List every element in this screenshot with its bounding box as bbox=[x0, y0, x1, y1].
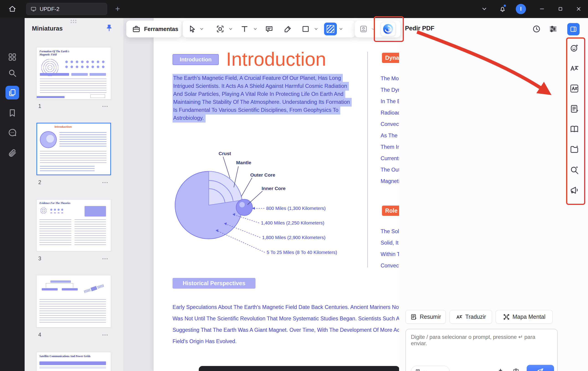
bookmark-icon bbox=[8, 108, 17, 118]
pagination-bar[interactable] bbox=[199, 366, 399, 371]
thumb-dots-graphic bbox=[64, 59, 106, 69]
avatar[interactable]: I bbox=[516, 4, 526, 14]
ai-settings-button[interactable] bbox=[549, 24, 558, 34]
drag-handle-icon[interactable] bbox=[71, 20, 77, 23]
tools-menu-button[interactable]: Ferramentas bbox=[126, 21, 182, 37]
thumbnail-menu-icon[interactable]: ⋯ bbox=[102, 104, 109, 109]
ai-assistant-button[interactable] bbox=[381, 22, 395, 36]
sidebar-item-thumbnails-active[interactable] bbox=[5, 86, 19, 99]
page-thumbnail-selected[interactable]: Introduction bbox=[36, 123, 111, 175]
chevron-down-icon[interactable] bbox=[371, 27, 375, 31]
sidebar-item-apps[interactable] bbox=[8, 53, 17, 63]
thumbnail-slot-2: Introduction 2 ⋯ bbox=[36, 123, 111, 175]
page-thumbnail[interactable]: Formation Of The Earth's Magnetic Field bbox=[36, 47, 111, 99]
diagram-label-inner-core: Inner Core bbox=[262, 186, 285, 191]
history-button[interactable] bbox=[532, 24, 541, 34]
search-icon bbox=[8, 68, 17, 77]
chevron-down-icon bbox=[481, 6, 487, 12]
diagram-measurement: 800 Miles (1,300 Kilometers) bbox=[266, 206, 326, 211]
doc-line: Suggesting That The Earth Was A Giant Ma… bbox=[173, 324, 399, 336]
page-thumbnail[interactable] bbox=[36, 275, 111, 327]
thumbnail-menu-icon[interactable]: ⋯ bbox=[102, 256, 109, 261]
translate-button[interactable]: Traduzir bbox=[450, 310, 492, 324]
sparkle-icon[interactable] bbox=[497, 368, 504, 371]
chevron-down-icon[interactable] bbox=[314, 27, 318, 31]
doc-line: Them In bbox=[381, 141, 399, 153]
thumb-text-lines bbox=[39, 299, 106, 324]
reader-book-icon[interactable] bbox=[569, 124, 579, 134]
ai-panel-toggle-active[interactable] bbox=[567, 23, 579, 35]
prompt-scope-pill[interactable] bbox=[411, 366, 450, 371]
sidebar-item-comments[interactable] bbox=[8, 128, 17, 138]
doc-line: Intrigued Scientists. It Acts As A Shiel… bbox=[173, 82, 349, 91]
doc-line: Is Fundamental To Various Scientific Dis… bbox=[173, 106, 340, 115]
summarize-label: Resumir bbox=[420, 314, 441, 320]
thumbnail-menu-icon[interactable]: ⋯ bbox=[102, 333, 109, 337]
screenshot-camera-icon[interactable] bbox=[513, 368, 519, 371]
satellite-panel bbox=[84, 289, 91, 293]
ai-chat-smiley-icon[interactable] bbox=[569, 43, 579, 53]
chat-bubble-icon bbox=[8, 128, 17, 137]
page-thumbnail[interactable]: Satellite Communications And Power Grids bbox=[36, 352, 111, 371]
chevron-down-icon[interactable] bbox=[228, 27, 233, 31]
sidebar-item-attachments[interactable] bbox=[8, 148, 17, 158]
summarize-note-icon[interactable] bbox=[569, 104, 579, 114]
new-tab-button[interactable]: + bbox=[113, 4, 122, 14]
select-cursor-tool[interactable] bbox=[188, 25, 197, 33]
document-tab[interactable]: UPDF-2 bbox=[26, 3, 107, 15]
diagram-measurement: 5 To 25 Miles (8 To 40 Kilometers) bbox=[267, 250, 337, 255]
tab-title: UPDF-2 bbox=[40, 6, 60, 12]
comment-tool[interactable] bbox=[265, 25, 273, 33]
diagram-measurement: 1,400 Miles (2,250 Kilometers) bbox=[261, 220, 324, 226]
window-menu-chevron[interactable] bbox=[480, 4, 489, 14]
page-thumbnail[interactable]: Evidence For The Theories bbox=[36, 199, 111, 251]
translate-icon[interactable] bbox=[569, 64, 579, 73]
text-tool[interactable] bbox=[240, 25, 249, 33]
highlight-pattern-tool-active[interactable] bbox=[324, 22, 337, 35]
translate-page-icon[interactable] bbox=[569, 84, 579, 93]
satellite-panel bbox=[97, 284, 104, 289]
sidebar-item-search[interactable] bbox=[8, 68, 17, 78]
shape-rectangle-tool[interactable] bbox=[301, 25, 310, 33]
pen-tool[interactable] bbox=[284, 25, 292, 33]
chevron-down-icon[interactable] bbox=[200, 27, 204, 31]
summarize-button[interactable]: Resumir bbox=[405, 310, 446, 324]
document-icon bbox=[415, 369, 421, 371]
thumb-earth-core bbox=[46, 135, 54, 142]
page-number: 4 bbox=[38, 332, 41, 338]
column-divider bbox=[368, 52, 368, 267]
thumbnail-menu-icon[interactable]: ⋯ bbox=[102, 180, 109, 185]
crop-frame-tool[interactable] bbox=[216, 25, 224, 33]
chevron-down-icon[interactable] bbox=[253, 27, 258, 31]
thumb-bar bbox=[40, 73, 69, 76]
prompt-input[interactable] bbox=[406, 329, 557, 351]
thumb-title: Satellite Communications And Power Grids bbox=[39, 355, 103, 358]
notifications-button[interactable] bbox=[498, 4, 507, 14]
doc-right-column-1: The Mos The Dyn In The E Radioac Convect… bbox=[381, 73, 399, 187]
thumb-dots-graphic bbox=[50, 208, 63, 213]
thumb-table-rows bbox=[39, 366, 106, 371]
chevron-down-icon[interactable] bbox=[339, 27, 343, 31]
sidebar-item-bookmarks[interactable] bbox=[8, 108, 17, 119]
pin-panel-button[interactable] bbox=[105, 24, 114, 33]
stamp-tool[interactable] bbox=[359, 25, 368, 33]
close-button[interactable] bbox=[574, 4, 583, 14]
thumb-text-lines bbox=[40, 151, 106, 164]
apps-grid-icon bbox=[8, 53, 17, 62]
megaphone-icon[interactable] bbox=[569, 185, 579, 195]
toolbox-icon bbox=[132, 25, 140, 33]
annotation-toolbar bbox=[183, 21, 355, 37]
home-button[interactable] bbox=[8, 4, 17, 14]
folder-ai-icon[interactable] bbox=[569, 145, 579, 154]
doc-line: Early Speculations About The Earth's Mag… bbox=[173, 301, 399, 313]
doc-line: Radioac bbox=[381, 107, 399, 119]
send-button[interactable] bbox=[527, 365, 554, 371]
chevron-down-icon bbox=[423, 369, 428, 371]
maximize-button[interactable] bbox=[556, 4, 565, 14]
minimize-button[interactable] bbox=[537, 4, 547, 14]
page-number: 3 bbox=[38, 256, 41, 262]
pattern-swatch-icon bbox=[326, 25, 334, 33]
thumb-table-header bbox=[39, 361, 106, 365]
mindmap-button[interactable]: Mapa Mental bbox=[496, 310, 553, 324]
ai-search-icon[interactable] bbox=[569, 165, 579, 175]
